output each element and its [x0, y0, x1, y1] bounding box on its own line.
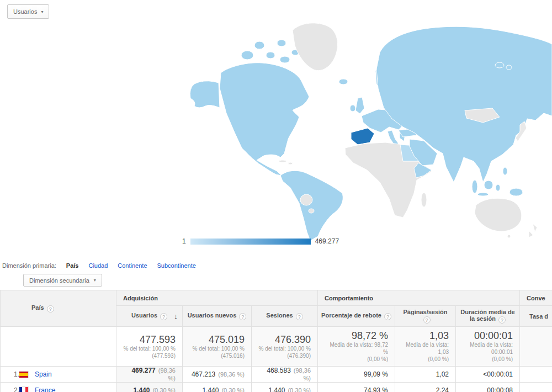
column-header-tasa[interactable]: Tasa d — [520, 306, 552, 327]
country-link-spain[interactable]: Spain — [35, 370, 52, 378]
country-cell: 2. France — [1, 383, 116, 392]
column-header-rebote[interactable]: Porcentaje de rebote? — [318, 306, 395, 327]
table-row-spain: 1. Spain 469.277(98,36 %) 467.213(98,36 … — [1, 367, 552, 383]
secondary-dimension-dropdown[interactable]: Dimensión secundaria ▾ — [23, 274, 102, 287]
cell-tasa — [520, 383, 552, 392]
table-row-france: 2. France 1.440(0,30 %) 1.440(0,30 %) 1.… — [1, 383, 552, 392]
totals-duracion: 00:00:01 Media de la vista: 00:00:01 (0,… — [456, 327, 520, 367]
dimension-option-subcontinente[interactable]: Subcontinente — [157, 262, 196, 269]
legend-gradient-bar — [190, 239, 311, 245]
primary-dimension-label: Dimensión primaria: — [2, 262, 56, 269]
help-icon[interactable]: ? — [423, 316, 431, 324]
map-legend: 1 469.277 — [182, 237, 339, 245]
legend-min-label: 1 — [182, 237, 186, 245]
dimension-option-ciudad[interactable]: Ciudad — [88, 262, 108, 269]
cell-sesiones: 468.583(98,36 %) — [252, 367, 318, 383]
chevron-down-icon: ▾ — [41, 9, 43, 14]
dimension-option-continente[interactable]: Continente — [118, 262, 147, 269]
group-header-adquisicion: Adquisición — [116, 290, 318, 306]
totals-paginas: 1,03 Media de la vista: 1,03 (0,00 %) — [395, 327, 456, 367]
country-link-france[interactable]: France — [35, 386, 55, 392]
metric-selector-label: Usuarios — [13, 8, 37, 15]
column-header-usuarios[interactable]: Usuarios? ↓ — [116, 306, 183, 327]
metric-selector-dropdown[interactable]: Usuarios ▾ — [7, 4, 49, 19]
column-header-duracion[interactable]: Duración media de la sesión? — [456, 306, 520, 327]
cell-usuarios-nuevos: 1.440(0,30 %) — [183, 383, 252, 392]
cell-duracion: 00:00:08 — [456, 383, 520, 392]
totals-blank-cell — [1, 327, 116, 367]
chevron-down-icon: ▾ — [94, 278, 96, 283]
column-header-pais[interactable]: País? — [1, 290, 116, 327]
cell-usuarios: 469.277(98,36 %) — [116, 367, 183, 383]
report-table: País? Adquisición Comportamiento Conve U… — [0, 290, 552, 392]
help-icon[interactable]: ? — [384, 313, 391, 320]
sort-descending-icon[interactable]: ↓ — [174, 312, 178, 321]
world-map-svg — [182, 0, 552, 250]
spain-flag-icon — [19, 372, 28, 378]
country-cell: 1. Spain — [1, 367, 116, 383]
help-icon[interactable]: ? — [239, 313, 246, 320]
row-rank: 1. — [7, 370, 19, 378]
secondary-dimension-label: Dimensión secundaria — [29, 277, 89, 284]
dimension-option-pais[interactable]: País — [66, 262, 79, 269]
cell-tasa — [520, 367, 552, 383]
row-rank: 2. — [7, 386, 19, 392]
totals-tasa — [520, 327, 552, 367]
cell-sesiones: 1.440(0,30 %) — [252, 383, 318, 392]
legend-max-label: 469.277 — [315, 237, 339, 245]
column-header-paginas-sesion[interactable]: Páginas/sesión? — [395, 306, 456, 327]
cell-paginas: 1,02 — [395, 367, 456, 383]
help-icon[interactable]: ? — [160, 313, 167, 320]
dimension-bar: Dimensión primaria: País Ciudad Continen… — [2, 262, 196, 269]
help-icon[interactable]: ? — [296, 313, 303, 320]
column-header-usuarios-nuevos[interactable]: Usuarios nuevos? — [183, 306, 252, 327]
cell-rebote: 74,93 % — [318, 383, 395, 392]
geo-map[interactable] — [182, 0, 552, 250]
cell-usuarios-nuevos: 467.213(98,36 %) — [183, 367, 252, 383]
totals-sesiones: 476.390 % del total: 100,00 % (476.390) — [252, 327, 318, 367]
cell-rebote: 99,09 % — [318, 367, 395, 383]
totals-usuarios-nuevos: 475.019 % del total: 100,00 % (475.016) — [183, 327, 252, 367]
group-header-conversiones: Conve — [520, 290, 552, 306]
totals-usuarios: 477.593 % del total: 100,00 % (477.593) — [116, 327, 183, 367]
cell-duracion: <00:00:01 — [456, 367, 520, 383]
cell-paginas: 2,24 — [395, 383, 456, 392]
cell-usuarios: 1.440(0,30 %) — [116, 383, 183, 392]
column-header-sesiones[interactable]: Sesiones? — [252, 306, 318, 327]
totals-row: 477.593 % del total: 100,00 % (477.593) … — [1, 327, 552, 367]
help-icon[interactable]: ? — [47, 305, 54, 312]
group-header-comportamiento: Comportamiento — [318, 290, 520, 306]
totals-rebote: 98,72 % Media de la vista: 98,72 % (0,00… — [318, 327, 395, 367]
help-icon[interactable]: ? — [498, 316, 506, 324]
france-flag-icon — [19, 387, 28, 392]
